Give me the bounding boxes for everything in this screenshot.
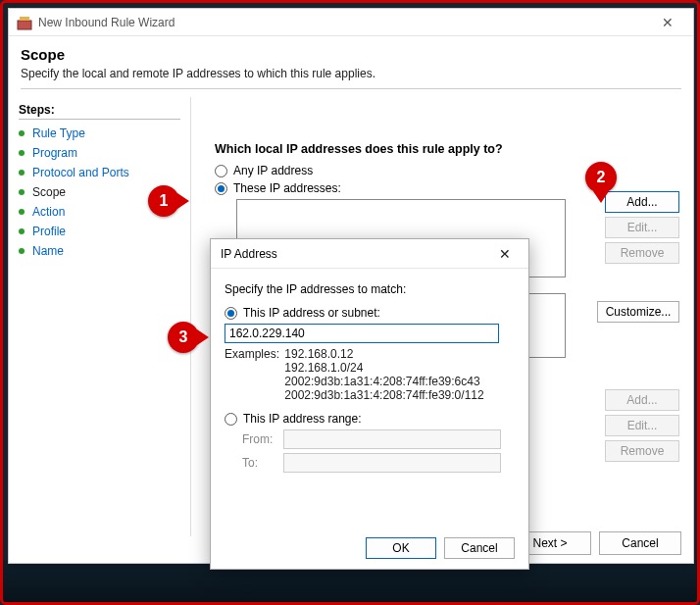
ip-subnet-input[interactable] xyxy=(225,324,499,343)
page-title: Scope xyxy=(21,46,681,63)
step-label: Name xyxy=(32,244,64,258)
remove-local-button[interactable]: Remove xyxy=(605,242,679,264)
radio-icon xyxy=(225,307,237,320)
example-line: 192.168.1.0/24 xyxy=(284,361,483,375)
step-label: Scope xyxy=(32,185,66,199)
examples-label: Examples: xyxy=(225,347,281,361)
step-protocol-ports[interactable]: Protocol and Ports xyxy=(19,163,180,182)
add-local-button[interactable]: Add... xyxy=(605,191,679,213)
step-label: Rule Type xyxy=(32,126,85,140)
radio-ip-or-subnet[interactable]: This IP address or subnet: xyxy=(225,306,515,320)
radio-icon xyxy=(225,413,237,426)
bullet-icon xyxy=(19,209,25,215)
svg-rect-2 xyxy=(20,17,29,21)
step-rule-type[interactable]: Rule Type xyxy=(19,124,180,143)
edit-local-button[interactable]: Edit... xyxy=(605,217,679,238)
step-label: Profile xyxy=(32,225,66,238)
radio-label: Any IP address xyxy=(233,164,313,177)
from-label: From: xyxy=(242,432,277,446)
cancel-button[interactable]: Cancel xyxy=(599,531,681,555)
wizard-footer: Next > Cancel xyxy=(509,531,681,555)
bullet-icon xyxy=(19,189,25,195)
radio-icon xyxy=(215,165,227,177)
firewall-icon xyxy=(17,15,32,30)
radio-icon xyxy=(215,182,227,195)
svg-rect-0 xyxy=(18,21,31,29)
example-line: 2002:9d3b:1a31:4:208:74ff:fe39:0/112 xyxy=(284,388,483,402)
edit-remote-button[interactable]: Edit... xyxy=(605,415,679,436)
ip-dialog-close-button[interactable]: ✕ xyxy=(491,240,519,268)
radio-label: These IP addresses: xyxy=(233,181,341,195)
annotation-callout-1: 1 xyxy=(148,185,179,217)
step-name[interactable]: Name xyxy=(19,241,180,261)
example-line: 192.168.0.12 xyxy=(284,347,483,361)
titlebar: New Inbound Rule Wizard ✕ xyxy=(9,9,693,36)
divider xyxy=(21,88,681,89)
example-line: 2002:9d3b:1a31:4:208:74ff:fe39:6c43 xyxy=(284,375,483,388)
bullet-icon xyxy=(19,150,25,156)
ip-dialog-footer: OK Cancel xyxy=(366,537,515,559)
step-label: Action xyxy=(32,205,65,219)
cancel-ip-button[interactable]: Cancel xyxy=(444,537,515,559)
radio-label: This IP address or subnet: xyxy=(243,306,380,320)
bullet-icon xyxy=(19,170,25,176)
ok-button[interactable]: OK xyxy=(366,537,436,559)
close-icon: ✕ xyxy=(662,15,674,30)
remote-ip-buttons: Add... Edit... Remove xyxy=(605,389,679,462)
ip-dialog-titlebar: IP Address ✕ xyxy=(211,239,528,269)
steps-panel: Steps: Rule Type Program Protocol and Po… xyxy=(9,97,191,536)
window-close-button[interactable]: ✕ xyxy=(650,9,685,36)
bullet-icon xyxy=(19,248,25,254)
remove-remote-button[interactable]: Remove xyxy=(605,440,679,462)
bullet-icon xyxy=(19,228,25,234)
local-ip-buttons: Add... Edit... Remove xyxy=(605,191,679,264)
ip-dialog-instruction: Specify the IP addresses to match: xyxy=(225,282,515,296)
step-profile[interactable]: Profile xyxy=(19,222,180,241)
add-remote-button[interactable]: Add... xyxy=(605,389,679,411)
step-label: Program xyxy=(32,146,77,160)
to-label: To: xyxy=(242,456,277,470)
steps-heading: Steps: xyxy=(19,103,180,120)
ip-dialog-title: IP Address xyxy=(221,247,277,261)
close-icon: ✕ xyxy=(499,246,511,262)
window-title: New Inbound Rule Wizard xyxy=(38,16,175,29)
step-label: Protocol and Ports xyxy=(32,166,129,179)
radio-ip-range[interactable]: This IP address range: xyxy=(225,412,515,426)
annotation-callout-3: 3 xyxy=(168,322,199,353)
ip-range-from-input[interactable] xyxy=(283,429,501,449)
radio-label: This IP address range: xyxy=(243,412,362,426)
ip-address-dialog: IP Address ✕ Specify the IP addresses to… xyxy=(210,238,529,570)
step-program[interactable]: Program xyxy=(19,143,180,163)
page-subtitle: Specify the local and remote IP addresse… xyxy=(21,67,681,80)
bullet-icon xyxy=(19,130,25,136)
examples-block: Examples: 192.168.0.12 192.168.1.0/24 20… xyxy=(225,347,515,402)
annotation-callout-2: 2 xyxy=(585,162,617,193)
ip-range-to-input[interactable] xyxy=(283,453,501,473)
wizard-header: Scope Specify the local and remote IP ad… xyxy=(9,36,693,97)
local-ip-question: Which local IP addresses does this rule … xyxy=(215,142,679,156)
customize-button[interactable]: Customize... xyxy=(597,301,679,323)
